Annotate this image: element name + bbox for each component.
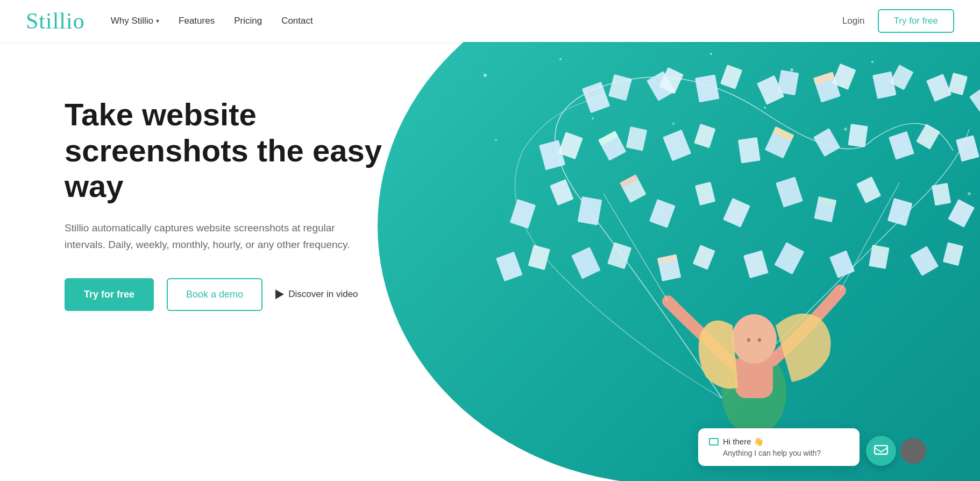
svg-point-1 [559, 58, 562, 60]
svg-point-79 [732, 314, 777, 364]
svg-rect-47 [510, 199, 536, 229]
svg-rect-53 [695, 182, 715, 206]
chat-launcher-icon [874, 445, 888, 457]
chat-subtext: Anything I can help you with? [709, 449, 849, 457]
nav-item-features[interactable]: Features [179, 16, 215, 26]
svg-rect-71 [829, 250, 855, 278]
svg-rect-39 [738, 137, 761, 164]
nav-right: Login Try for free [842, 9, 954, 33]
svg-rect-60 [932, 183, 951, 206]
svg-point-0 [484, 74, 487, 77]
svg-rect-59 [887, 198, 913, 226]
play-icon [275, 289, 284, 299]
svg-rect-14 [582, 82, 610, 113]
hero-section: Take website screenshots the easy way St… [0, 0, 980, 481]
svg-rect-23 [777, 70, 799, 95]
svg-point-81 [758, 338, 761, 342]
svg-rect-63 [528, 245, 550, 270]
papers-svg [388, 32, 980, 473]
svg-rect-69 [743, 250, 769, 278]
svg-rect-45 [916, 124, 940, 150]
svg-rect-30 [948, 73, 968, 95]
svg-rect-55 [776, 176, 803, 207]
svg-point-80 [747, 338, 750, 342]
chat-bubble-header: Hi there 👋 [709, 437, 849, 447]
svg-rect-31 [969, 87, 980, 115]
svg-rect-68 [693, 245, 715, 270]
svg-rect-74 [910, 246, 939, 276]
hero-buttons: Try for free Book a demo Discover in vid… [65, 278, 398, 311]
svg-rect-70 [774, 242, 804, 274]
svg-rect-37 [663, 130, 691, 161]
svg-rect-65 [607, 242, 631, 269]
svg-rect-49 [578, 196, 602, 225]
nav-item-why-stillio[interactable]: Why Stillio ▾ [111, 16, 159, 26]
svg-rect-54 [723, 198, 750, 228]
chat-launcher-button[interactable] [866, 436, 896, 466]
chat-greeting: Hi there 👋 [723, 437, 764, 447]
svg-rect-27 [872, 72, 897, 100]
svg-rect-52 [649, 199, 676, 228]
hero-title: Take website screenshots the easy way [65, 97, 398, 204]
svg-point-4 [790, 68, 793, 72]
hero-book-demo-button[interactable]: Book a demo [167, 278, 262, 311]
navbar: Stillio Why Stillio ▾ Features Pricing C… [0, 0, 980, 42]
svg-rect-61 [948, 199, 975, 228]
svg-rect-20 [695, 74, 719, 102]
hero-video-button[interactable]: Discover in video [275, 289, 358, 300]
nav-item-contact[interactable]: Contact [281, 16, 313, 26]
nav-item-pricing[interactable]: Pricing [234, 16, 262, 26]
svg-point-3 [710, 53, 712, 55]
svg-rect-75 [943, 242, 963, 266]
hero-illustration [378, 0, 980, 481]
nav-try-free-button[interactable]: Try for free [878, 9, 955, 33]
svg-rect-17 [608, 74, 632, 101]
hero-subtitle: Stillio automatically captures website s… [65, 220, 355, 253]
svg-rect-43 [848, 124, 868, 147]
svg-rect-36 [626, 126, 648, 151]
svg-point-7 [495, 139, 497, 141]
chat-bubble: Hi there 👋 Anything I can help you with? [698, 428, 860, 466]
svg-point-8 [592, 117, 594, 119]
svg-rect-44 [889, 131, 914, 160]
svg-rect-21 [720, 65, 742, 89]
svg-rect-46 [956, 135, 979, 161]
svg-rect-64 [571, 247, 601, 279]
svg-point-10 [764, 107, 766, 109]
svg-rect-62 [496, 252, 523, 282]
chevron-down-icon: ▾ [156, 17, 159, 25]
svg-point-5 [871, 61, 874, 63]
agent-avatar [900, 438, 926, 464]
svg-point-13 [968, 192, 971, 195]
hero-try-free-button[interactable]: Try for free [65, 278, 154, 311]
nav-left: Stillio Why Stillio ▾ Features Pricing C… [26, 8, 313, 34]
chat-widget: Hi there 👋 Anything I can help you with? [698, 428, 926, 466]
svg-point-11 [844, 128, 847, 131]
logo[interactable]: Stillio [26, 8, 85, 34]
hero-content: Take website screenshots the easy way St… [65, 97, 398, 311]
chat-message-icon [709, 438, 719, 445]
svg-point-9 [672, 123, 675, 125]
svg-rect-29 [926, 74, 951, 102]
nav-links: Why Stillio ▾ Features Pricing Contact [111, 16, 313, 26]
login-link[interactable]: Login [842, 16, 865, 26]
svg-rect-58 [856, 176, 881, 203]
svg-rect-84 [875, 445, 887, 454]
svg-rect-42 [813, 128, 840, 157]
svg-rect-38 [694, 124, 715, 148]
